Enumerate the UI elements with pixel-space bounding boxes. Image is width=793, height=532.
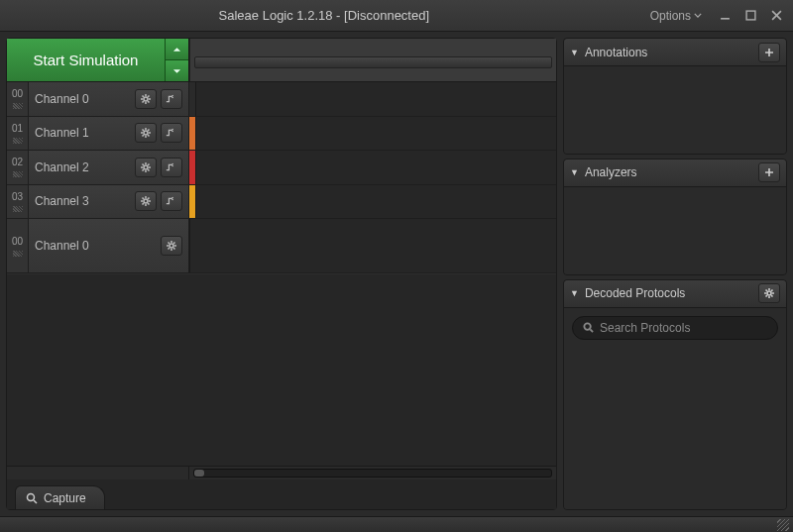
content-area: Start Simulation 00Channel 001Channel 10…: [0, 32, 793, 516]
close-button[interactable]: [765, 5, 787, 27]
options-menu[interactable]: Options: [642, 7, 710, 25]
collapse-icon: ▼: [570, 48, 579, 57]
simulation-row: Start Simulation: [7, 39, 556, 82]
channel-row: 03Channel 3: [7, 185, 556, 220]
channel-waveform[interactable]: [189, 219, 556, 272]
svg-point-3: [144, 165, 148, 169]
grip-icon[interactable]: [13, 251, 23, 257]
channel-label: Channel 3: [35, 194, 131, 208]
channel-header[interactable]: Channel 0: [29, 82, 189, 116]
capture-icon: [26, 492, 38, 504]
channel-header[interactable]: Channel 3: [29, 185, 189, 219]
annotations-body: [564, 66, 786, 154]
channel-label: Channel 0: [35, 239, 157, 253]
channel-settings-button[interactable]: [161, 236, 182, 256]
app-window: Saleae Logic 1.2.18 - [Disconnected] Opt…: [0, 0, 793, 532]
channel-number: 01: [7, 117, 29, 151]
analyzers-panel: ▼ Analyzers: [563, 159, 787, 275]
decoded-protocols-panel: ▼ Decoded Protocols Search Protocols: [563, 279, 787, 511]
resize-grip[interactable]: [777, 519, 789, 531]
channel-settings-button[interactable]: [135, 158, 157, 177]
channel-waveform[interactable]: [195, 151, 556, 184]
channel-row: 02Channel 2: [7, 151, 556, 185]
titlebar: Saleae Logic 1.2.18 - [Disconnected] Opt…: [0, 0, 793, 32]
channel-label: Channel 0: [35, 92, 131, 106]
horizontal-scrollbar: [7, 466, 556, 479]
analyzers-header[interactable]: ▼ Analyzers: [564, 160, 786, 187]
channel-number: 00: [7, 82, 29, 116]
channel-header[interactable]: Channel 0: [29, 219, 189, 272]
channel-settings-button[interactable]: [135, 89, 157, 109]
collapse-icon: ▼: [570, 288, 579, 298]
channel-trigger-button[interactable]: [161, 89, 182, 109]
collapse-icon: ▼: [570, 167, 579, 177]
step-down-button[interactable]: [166, 60, 188, 81]
svg-point-6: [28, 493, 35, 500]
channel-number: 03: [7, 185, 29, 219]
svg-point-1: [144, 97, 148, 101]
decoded-header[interactable]: ▼ Decoded Protocols: [564, 280, 786, 308]
channel-row: 00Channel 0: [7, 219, 556, 273]
search-icon: [583, 322, 594, 333]
options-label: Options: [650, 9, 691, 23]
grip-icon[interactable]: [13, 138, 23, 144]
svg-point-5: [170, 244, 173, 248]
channel-header[interactable]: Channel 1: [29, 117, 189, 151]
scrollbar-thumb[interactable]: [194, 470, 204, 477]
search-placeholder: Search Protocols: [600, 321, 690, 335]
channel-waveform[interactable]: [195, 82, 556, 116]
side-panels: ▼ Annotations ▼ Analyzers ▼ Decoded Prot…: [563, 38, 787, 510]
step-up-button[interactable]: [166, 39, 188, 60]
decoded-settings-button[interactable]: [758, 283, 780, 303]
svg-point-4: [144, 199, 148, 203]
channel-row: 01Channel 1: [7, 117, 556, 152]
svg-point-8: [584, 323, 590, 329]
channel-trigger-button[interactable]: [161, 158, 182, 177]
channel-waveform[interactable]: [195, 117, 556, 151]
annotations-title: Annotations: [585, 46, 752, 59]
svg-point-2: [144, 131, 148, 135]
timeline-ruler[interactable]: [189, 39, 556, 81]
channel-trigger-button[interactable]: [161, 191, 182, 211]
tab-bar: Capture: [7, 479, 556, 509]
maximize-button[interactable]: [739, 5, 761, 27]
grip-icon[interactable]: [13, 103, 23, 109]
empty-capture-area: [7, 274, 556, 467]
decoded-title: Decoded Protocols: [585, 286, 752, 300]
channel-list: 00Channel 001Channel 102Channel 203Chann…: [7, 82, 556, 274]
channel-label: Channel 2: [35, 160, 131, 174]
window-title: Saleae Logic 1.2.18 - [Disconnected]: [6, 8, 642, 23]
annotations-panel: ▼ Annotations: [563, 38, 787, 155]
channel-waveform[interactable]: [195, 185, 556, 219]
channel-number: 02: [7, 151, 29, 184]
statusbar: [0, 516, 793, 532]
scrollbar-track[interactable]: [193, 469, 552, 478]
channel-settings-button[interactable]: [135, 123, 157, 143]
grip-icon[interactable]: [13, 206, 23, 212]
decoded-body: Search Protocols: [564, 308, 786, 510]
simulation-stepper: [166, 39, 189, 81]
channel-settings-button[interactable]: [135, 191, 157, 211]
channel-header[interactable]: Channel 2: [29, 151, 189, 184]
minimize-button[interactable]: [714, 5, 736, 27]
tab-capture[interactable]: Capture: [15, 485, 105, 509]
scrollbar-gutter: [7, 467, 189, 479]
svg-rect-0: [746, 11, 755, 20]
annotations-header[interactable]: ▼ Annotations: [564, 39, 786, 66]
grip-icon[interactable]: [13, 171, 23, 177]
analyzers-body: [564, 187, 786, 274]
gear-icon: [763, 287, 775, 299]
channel-number: 00: [7, 219, 29, 272]
channel-label: Channel 1: [35, 126, 131, 140]
add-annotation-button[interactable]: [758, 43, 780, 62]
start-simulation-button[interactable]: Start Simulation: [7, 39, 166, 81]
add-analyzer-button[interactable]: [758, 162, 780, 182]
channel-trigger-button[interactable]: [161, 123, 182, 143]
tab-label: Capture: [44, 491, 86, 505]
analyzers-title: Analyzers: [585, 165, 752, 179]
svg-point-7: [767, 291, 771, 295]
search-protocols-input[interactable]: Search Protocols: [572, 316, 778, 340]
channel-row: 00Channel 0: [7, 82, 556, 117]
capture-pane: Start Simulation 00Channel 001Channel 10…: [6, 38, 557, 510]
